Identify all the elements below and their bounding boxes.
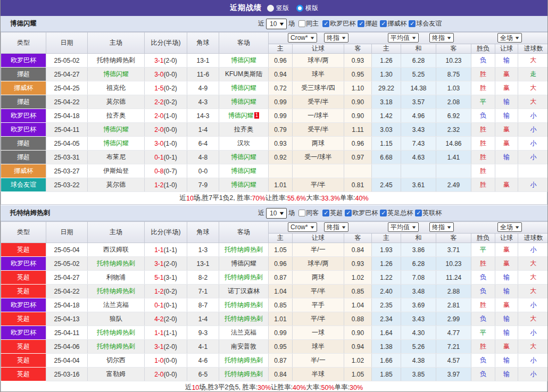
avg-home: 1.66 [372, 354, 401, 368]
odds-home: 0.99 [269, 95, 293, 109]
odds-home: 0.87 [269, 271, 293, 285]
bookmaker-select[interactable]: Crow*▼ [288, 33, 317, 43]
score-cell: 3-1(2-0) [145, 340, 187, 354]
league-filter[interactable]: 英联杯 [415, 208, 442, 218]
league-checkbox[interactable] [358, 20, 364, 27]
avg-away: 3.71 [436, 243, 471, 257]
match-row: 球会友谊25-03-22莫尔德1-2(1-0)7-9博德闪耀1.01平/半0.8… [1, 178, 548, 192]
final-odds-select-2[interactable]: 终指▼ [429, 33, 454, 43]
league-checkbox[interactable] [409, 20, 416, 27]
odds-home: 0.95 [269, 340, 293, 354]
bookmaker-select[interactable]: Crow*▼ [288, 222, 317, 232]
odds-home: 0.99 [269, 326, 293, 340]
odds-home: 0.79 [269, 123, 293, 137]
col-result-wdl: 胜负 [471, 44, 495, 54]
league-filter[interactable]: 欧罗巴杯 [322, 19, 355, 28]
home-team: 拉齐奥 [88, 109, 145, 123]
handicap-line [293, 164, 344, 178]
view-mode-horizontal[interactable]: 横版 [296, 4, 318, 13]
league-checkbox-label: 挪超 [365, 19, 378, 28]
home-team: 博德闪耀 [88, 123, 145, 137]
league-checkbox-label: 欧罗巴杯 [352, 208, 378, 218]
recent-count-select[interactable]: 10▼ [266, 19, 287, 29]
same-venue-checkbox[interactable] [298, 20, 305, 27]
final-odds-select-1[interactable]: 终指▼ [324, 33, 348, 43]
odds-home: 1.04 [269, 285, 293, 298]
average-select[interactable]: 平均值▼ [388, 222, 419, 232]
corner-count: 8-2 [187, 271, 219, 285]
avg-draw: 3.86 [401, 243, 436, 257]
league-filter[interactable]: 挪威杯 [380, 19, 406, 28]
odds-away: 0.88 [344, 312, 372, 326]
result-wdl: 胜 [471, 137, 495, 151]
odds-home: 0.85 [269, 298, 293, 312]
avg-draw: 3.48 [401, 285, 436, 298]
chevron-down-icon: ▼ [514, 225, 520, 230]
league-filter[interactable]: 英足总杯 [380, 208, 413, 218]
odds-home: 1.05 [269, 243, 293, 257]
league-checkbox[interactable] [380, 210, 387, 216]
league-checkbox[interactable] [345, 210, 352, 216]
result-handicap: 赢 [495, 340, 518, 354]
corner-count: 1-4 [187, 312, 219, 326]
col-score: 比分(半场) [145, 32, 187, 54]
handicap-line: 半/一 [293, 354, 344, 368]
league-checkbox[interactable] [322, 20, 329, 27]
radio-icon-selected[interactable] [296, 5, 303, 12]
final-odds-select-2[interactable]: 终指▼ [429, 222, 454, 232]
match-row: 挪超25-04-05博德闪耀3-0(1-0)6-4汉坎0.93两球0.961.1… [1, 137, 548, 151]
league-filter[interactable]: 球会友谊 [409, 19, 442, 28]
result-goals: 大 [518, 340, 548, 354]
result-handicap: 输 [495, 54, 518, 68]
handicap-line: 受一/球半 [293, 151, 344, 164]
league-checkbox[interactable] [415, 210, 422, 216]
odds-home [269, 164, 293, 178]
league-checkbox[interactable] [322, 210, 329, 216]
league-checkbox-label: 欧罗巴杯 [330, 19, 355, 28]
result-goals: 小 [518, 137, 548, 151]
result-goals: 大 [518, 285, 548, 298]
col-home: 主场 [88, 32, 145, 54]
same-venue-filter[interactable]: 同客 [298, 208, 319, 218]
result-wdl: 负 [471, 354, 495, 368]
avg-home: 1.22 [372, 271, 401, 285]
avg-away: 2.81 [436, 298, 471, 312]
avg-home: 1.15 [372, 137, 401, 151]
avg-home: 6.68 [372, 151, 401, 164]
col-handicap: 让球 [293, 233, 344, 243]
same-venue-checkbox[interactable] [298, 210, 305, 216]
match-row: 欧罗巴杯25-04-18拉齐奥2-0(1-0)14-3博德闪耀10.99一/球半… [1, 109, 548, 123]
col-avg-home: 主 [372, 233, 401, 243]
col-handicap: 让球 [293, 44, 344, 54]
col-avg-home: 主 [372, 44, 401, 54]
avg-home: 2.35 [372, 298, 401, 312]
avg-draw: 3.43 [401, 312, 436, 326]
view-mode-vertical[interactable]: 竖版 [267, 4, 289, 13]
league-badge: 欧罗巴杯 [1, 298, 46, 312]
match-row: 英超25-04-04切尔西1-0(0-0)4-6托特纳姆热刺0.87半/一1.0… [1, 354, 548, 368]
radio-icon[interactable] [267, 5, 274, 12]
avg-draw: 3.69 [401, 298, 436, 312]
home-team: 利物浦 [88, 271, 145, 285]
league-badge: 英超 [1, 354, 46, 368]
average-select[interactable]: 平均值▼ [388, 33, 419, 43]
odds-away: 0.90 [344, 95, 372, 109]
league-filter[interactable]: 欧罗巴杯 [345, 208, 378, 218]
full-match-select[interactable]: 全场▼ [497, 33, 522, 43]
score-cell: 1-5(0-2) [145, 81, 187, 95]
final-odds-select-1[interactable]: 终指▼ [324, 222, 348, 232]
corner-count: 13-1 [187, 54, 219, 68]
col-result-wdl: 胜负 [471, 233, 495, 243]
full-match-select[interactable]: 全场▼ [497, 222, 522, 232]
result-handicap: 赢 [495, 243, 518, 257]
match-date: 25-04-22 [46, 285, 88, 298]
league-filter[interactable]: 英超 [322, 208, 343, 218]
away-team: 托特纳姆热刺 [219, 298, 269, 312]
same-venue-filter[interactable]: 同主 [298, 19, 319, 28]
recent-count-select[interactable]: 10▼ [266, 208, 287, 219]
league-filter[interactable]: 挪超 [358, 19, 378, 28]
home-team: 博德闪耀 [88, 68, 145, 81]
match-row: 欧罗巴杯25-05-02托特纳姆热刺3-1(2-0)13-1博德闪耀0.96球半… [1, 257, 548, 271]
summary-stat-value: 30% [350, 384, 363, 391]
league-checkbox[interactable] [380, 20, 387, 27]
